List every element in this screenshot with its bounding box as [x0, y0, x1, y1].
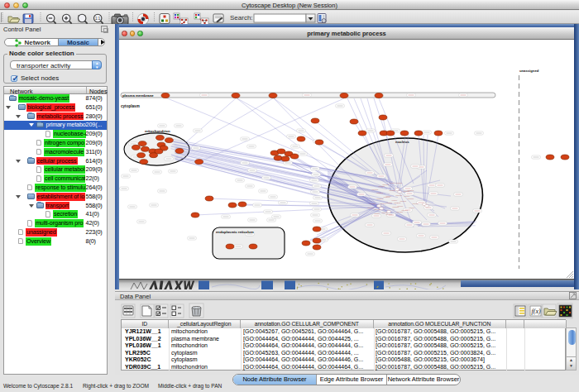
svg-text:Ygr39w: Ygr39w: [383, 196, 390, 198]
svg-text:Ydl79c: Ydl79c: [404, 195, 410, 198]
svg-text:mitochondrion: mitochondrion: [145, 129, 170, 133]
svg-text:Ygr91w: Ygr91w: [371, 189, 378, 191]
svg-text:Ygr29w: Ygr29w: [376, 192, 383, 194]
svg-text:nucleus: nucleus: [395, 140, 409, 144]
svg-text:Ypr79w: Ypr79w: [395, 194, 402, 197]
svg-text:Search:: Search:: [230, 14, 253, 22]
svg-text:Ypr70w: Ypr70w: [369, 203, 376, 205]
svg-text:Ypr85w: Ypr85w: [389, 189, 395, 192]
svg-text:Ypr26w: Ypr26w: [376, 198, 383, 200]
svg-text:Ydl70c: Ydl70c: [409, 207, 415, 209]
svg-text:Ydl80c: Ydl80c: [374, 213, 380, 215]
svg-text:Ydl70c: Ydl70c: [397, 205, 404, 208]
svg-text:Ydl34c: Ydl34c: [380, 203, 386, 205]
svg-text:endoplasmic reticulum: endoplasmic reticulum: [216, 230, 254, 234]
svg-text:unassigned: unassigned: [519, 69, 539, 73]
svg-text:Ypr57w: Ypr57w: [385, 202, 392, 204]
svg-text:Ygr29w: Ygr29w: [394, 202, 400, 204]
svg-text:Ypr70w: Ypr70w: [400, 200, 406, 203]
svg-text:cytoplasm: cytoplasm: [121, 104, 140, 108]
svg-text:Ypr11w: Ypr11w: [412, 203, 419, 205]
svg-text:1:1: 1:1: [95, 17, 101, 21]
svg-text:Ygr18w: Ygr18w: [395, 182, 402, 184]
svg-text:f(x): f(x): [532, 308, 541, 315]
svg-text:Ypr87w: Ypr87w: [407, 198, 414, 200]
svg-text:Ygr76w: Ygr76w: [401, 209, 408, 212]
svg-text:Ygr11w: Ygr11w: [378, 185, 385, 188]
svg-text:Ygr59w: Ygr59w: [407, 189, 414, 192]
svg-text:Ygr95w: Ygr95w: [385, 213, 392, 216]
svg-text:plasma membrane: plasma membrane: [122, 93, 154, 98]
svg-text:Ygr91w: Ygr91w: [367, 207, 374, 209]
svg-text:Ydl60c: Ydl60c: [389, 182, 395, 184]
